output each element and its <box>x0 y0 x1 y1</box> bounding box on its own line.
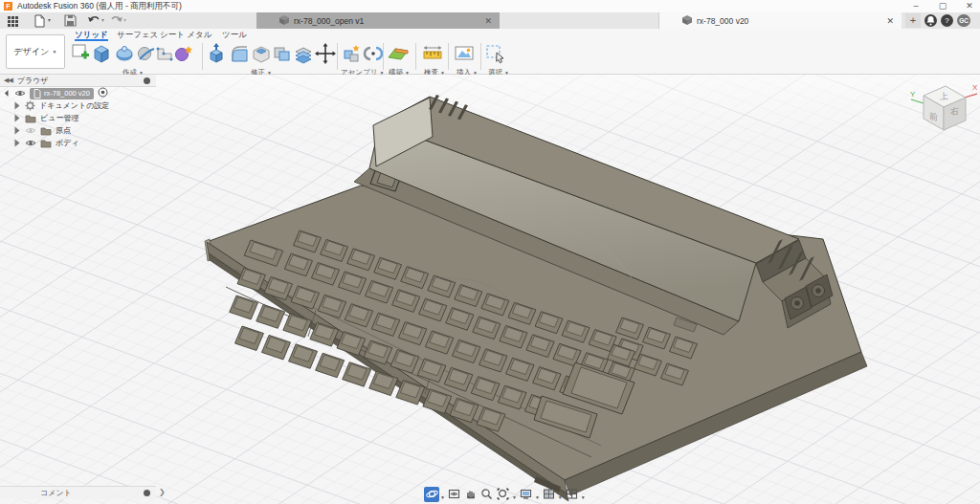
viewports-caret-icon[interactable]: ▼ <box>581 494 586 500</box>
display-caret-icon[interactable]: ▼ <box>535 494 540 500</box>
grid-caret-icon[interactable]: ▼ <box>558 494 563 500</box>
offset-face-icon[interactable] <box>292 42 315 67</box>
viewcube-top-label: 上 <box>939 91 948 101</box>
quick-access-toolbar: rx-78_000_open v1 ✕ rx-78_000 v20 ✕ + ? … <box>0 12 980 29</box>
browser-item-document-settings[interactable]: ドキュメントの設定 <box>0 99 163 112</box>
root-component-name: rx-78_000 v20 <box>44 89 90 98</box>
browser-item-origin[interactable]: 原点 <box>0 124 163 137</box>
collapsed-caret-icon[interactable] <box>15 115 20 122</box>
browser-item-view-management[interactable]: ビュー管理 <box>0 112 163 124</box>
save-icon[interactable] <box>63 13 78 28</box>
activate-radio-icon[interactable] <box>98 87 108 99</box>
viewports-button[interactable] <box>565 487 580 502</box>
folder-icon <box>40 126 56 136</box>
ribbon-toolbar: デザイン▼ ソリッド サーフェス シート メタル ツール <box>0 29 980 75</box>
fit-tool-button[interactable] <box>496 487 511 502</box>
ribbon-tab-surface[interactable]: サーフェス <box>117 30 158 41</box>
navigation-toolbar: ▼ ▼ ▼ ▼ ▼ <box>424 486 587 502</box>
browser-panel: ◀◀ ブラウザ rx-78_000 v20 ドキュメントの設定 <box>0 75 163 149</box>
select-icon[interactable] <box>484 42 507 67</box>
collapse-panel-icon[interactable]: ◀◀ <box>4 77 12 84</box>
title-bar: F Autodesk Fusion 360 (個人用 - 商用利用不可) – ▢… <box>0 0 980 12</box>
pan-tool-button[interactable] <box>463 487 479 502</box>
collapsed-caret-icon[interactable] <box>15 102 20 110</box>
folder-icon <box>25 114 40 123</box>
new-component-icon[interactable] <box>341 42 364 67</box>
grid-and-snaps-button[interactable] <box>542 487 557 502</box>
extrude-icon[interactable] <box>90 42 113 67</box>
minimize-button[interactable]: – <box>909 0 923 11</box>
panel-options-icon[interactable] <box>144 490 150 496</box>
app-grid-icon[interactable] <box>6 13 21 28</box>
fit-caret-icon[interactable]: ▼ <box>512 494 517 500</box>
document-tab-active[interactable]: rx-78_000 v20 ✕ <box>658 12 902 29</box>
new-tab-button[interactable]: + <box>905 13 921 28</box>
browser-header[interactable]: ◀◀ ブラウザ <box>0 75 156 87</box>
fusion-logo-icon: F <box>4 2 12 11</box>
look-at-tool-button[interactable] <box>447 487 462 502</box>
comments-bar[interactable]: コメント <box>0 486 156 499</box>
ribbon-tab-solid[interactable]: ソリッド <box>75 30 108 41</box>
folder-icon <box>40 139 56 148</box>
construct-plane-icon[interactable] <box>387 42 410 67</box>
visibility-eye-icon[interactable] <box>25 139 40 147</box>
tab-close-icon[interactable]: ✕ <box>484 16 492 26</box>
visibility-eye-off-icon[interactable] <box>25 126 40 135</box>
display-settings-button[interactable] <box>519 487 534 502</box>
shell-icon[interactable] <box>250 42 273 67</box>
expand-chevron-icon[interactable]: ❯ <box>159 488 166 496</box>
measure-icon[interactable] <box>421 42 444 67</box>
document-icon <box>33 89 41 99</box>
redo-icon[interactable] <box>108 13 123 28</box>
document-tab-inactive[interactable]: rx-78_000_open v1 ✕ <box>256 12 500 29</box>
expand-caret-icon[interactable] <box>5 90 11 97</box>
orbit-caret-icon[interactable]: ▼ <box>440 494 445 500</box>
visibility-eye-icon[interactable] <box>14 89 30 98</box>
viewcube-front-label: 前 <box>929 111 938 122</box>
file-menu-icon[interactable] <box>33 13 48 28</box>
panel-options-icon[interactable] <box>144 77 150 84</box>
collapsed-caret-icon[interactable] <box>15 127 20 135</box>
viewcube-right-label: 右 <box>950 106 959 118</box>
document-tab-label: rx-78_000_open v1 <box>294 16 364 26</box>
close-button[interactable]: ✕ <box>963 0 976 11</box>
revolve-icon[interactable] <box>113 42 136 67</box>
orbit-tool-button[interactable] <box>424 487 439 502</box>
ribbon-tab-tools[interactable]: ツール <box>222 30 247 41</box>
ribbon-tab-sheetmetal[interactable]: シート メタル <box>160 30 212 41</box>
zoom-tool-button[interactable] <box>479 487 495 502</box>
fusion360-window: F Autodesk Fusion 360 (個人用 - 商用利用不可) – ▢… <box>0 0 980 504</box>
maximize-button[interactable]: ▢ <box>936 0 949 11</box>
insert-image-icon[interactable] <box>453 42 476 67</box>
browser-item-bodies[interactable]: ボディ <box>0 137 163 149</box>
axis-x-label: X <box>972 83 978 92</box>
fillet-icon[interactable] <box>228 42 251 67</box>
document-tab-label: rx-78_000 v20 <box>697 16 748 26</box>
undo-icon[interactable] <box>86 13 101 28</box>
browser-root-row[interactable]: rx-78_000 v20 <box>0 87 163 99</box>
active-component-pill[interactable]: rx-78_000 v20 <box>30 88 94 99</box>
tab-close-icon[interactable]: ✕ <box>886 16 894 26</box>
combine-icon[interactable] <box>271 42 294 67</box>
window-title: Autodesk Fusion 360 (個人用 - 商用利用不可) <box>17 1 182 12</box>
view-cube[interactable]: Y X 上 前 右 <box>907 77 980 145</box>
help-icon[interactable]: ? <box>941 14 953 27</box>
collapsed-caret-icon[interactable] <box>15 140 20 147</box>
create-sketch-icon[interactable] <box>69 42 92 67</box>
gear-icon <box>25 100 39 111</box>
workspace-selector[interactable]: デザイン▼ <box>6 34 65 69</box>
document-cube-icon <box>279 15 289 27</box>
document-cube-icon <box>682 15 692 27</box>
move-icon[interactable] <box>314 42 337 67</box>
axis-y-label: Y <box>910 90 916 99</box>
press-pull-icon[interactable] <box>206 42 229 67</box>
joint-icon[interactable] <box>362 42 385 67</box>
notifications-bell-icon[interactable] <box>924 14 937 27</box>
create-form-icon[interactable] <box>172 42 195 67</box>
avatar[interactable]: GC <box>957 14 970 27</box>
